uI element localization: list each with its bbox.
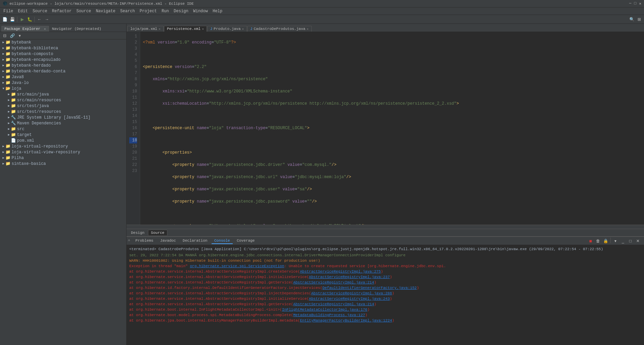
link-10[interactable]: AbstractServiceRegistryImpl.java:214	[293, 302, 374, 306]
link-8[interactable]: AbstractServiceRegistryImpl.java:286	[311, 291, 392, 295]
menu-search[interactable]: Search	[118, 8, 137, 14]
tree-item-src-main-resources[interactable]: ▶ 📁 src/main/resources	[0, 97, 126, 103]
link-service-exception[interactable]: org.hibernate.service.spi.ServiceExcepti…	[190, 264, 284, 268]
tab-declaration[interactable]: Declaration	[180, 238, 210, 244]
tab-package-explorer-close[interactable]: ✕	[44, 28, 46, 31]
console-line-8: at org.hibernate.service.internal.Abstra…	[129, 291, 641, 296]
tree-item-bytebank-herdado-conta[interactable]: ▶ 📁 bytebank-herdado-conta	[0, 68, 126, 74]
menu-source2[interactable]: Source	[74, 8, 93, 14]
menu-help[interactable]: Help	[211, 8, 225, 14]
tree-item-src-test-java[interactable]: ▶ 📁 src/test/java	[0, 103, 126, 109]
arrow-java-lo: ▶	[1, 81, 5, 85]
console-line-1: set. 29, 2022 7:22:54 DA MANHÃ org.hiber…	[129, 253, 641, 258]
tb-debug[interactable]: 🐛	[26, 16, 33, 23]
menu-navigate[interactable]: Navigate	[94, 8, 118, 14]
tab-produto-java[interactable]: J Produto.java ✕	[207, 26, 247, 32]
tab-cadastro-java[interactable]: J CadastroDeProdutos.java ✕	[247, 26, 312, 32]
tree-item-src-main-java[interactable]: ▶ 📁 src/main/java	[0, 91, 126, 97]
tab-problems[interactable]: Problems	[133, 238, 156, 244]
editor-area: loja/pom.xml ✕ Persistence.xml ✕ J Produ…	[127, 24, 644, 236]
link-7[interactable]: DefaultIdentifierGeneratorFactory.java:1…	[323, 286, 417, 290]
tree-item-bytebank-composto[interactable]: ▶ 📁 bytebank-composto	[0, 51, 126, 57]
tab-package-explorer[interactable]: Package Explorer ✕	[1, 26, 49, 32]
editor-bottom-tabs: Design Source	[127, 229, 644, 236]
code-content[interactable]: <?xml version="1.0" encoding="UTF-8"?> <…	[140, 32, 644, 225]
tb-back[interactable]: ←	[36, 16, 43, 23]
editor-tab-source[interactable]: Source	[148, 230, 168, 236]
editor-tab-design[interactable]: Design	[128, 230, 148, 236]
tab-pom-xml-close[interactable]: ✕	[159, 27, 160, 31]
minimize-button[interactable]: ─	[629, 1, 631, 6]
console-maximize[interactable]: □	[627, 238, 634, 244]
tab-produto-close[interactable]: ✕	[242, 27, 244, 31]
tree-item-loja-virtual-repository[interactable]: ▶ 📁 loja-virtual-repository	[0, 143, 126, 149]
tree-item-target[interactable]: ▶ 📁 target	[0, 132, 126, 138]
close-button[interactable]: ✕	[639, 1, 641, 6]
link-12[interactable]: MetadataBuildingProcess.java:127	[293, 313, 365, 317]
tab-javadoc[interactable]: Javadoc	[158, 238, 179, 244]
menu-edit[interactable]: Edit	[16, 8, 30, 14]
menu-run[interactable]: Run	[160, 8, 171, 14]
tb-new[interactable]: 📄	[1, 16, 8, 23]
console-menu[interactable]: ▾	[612, 238, 619, 244]
folder-target-icon: 📁	[11, 132, 16, 137]
console-sep	[610, 238, 611, 243]
tree-item-loja[interactable]: ▼ 📂 loja	[0, 86, 126, 91]
sidebar-link-editor[interactable]: 🔗	[9, 32, 16, 39]
tab-persistence-xml-close[interactable]: ✕	[202, 27, 204, 31]
design-tab-label: Design	[131, 231, 145, 235]
editor-horizontal-scrollbar[interactable]	[127, 225, 644, 229]
tree-item-pilha[interactable]: ▶ 📁 Pilha	[0, 155, 126, 161]
tb-forward[interactable]: →	[44, 16, 50, 23]
menu-file[interactable]: File	[1, 8, 15, 14]
tree-item-src[interactable]: ▶ 📁 src	[0, 126, 126, 132]
sidebar-collapse-all[interactable]: ⊟	[1, 32, 8, 39]
console-minimize[interactable]: _	[620, 238, 626, 244]
menu-window[interactable]: Window	[191, 8, 210, 14]
tab-pom-xml[interactable]: loja/pom.xml ✕	[127, 26, 164, 32]
tab-console[interactable]: Console	[212, 238, 233, 244]
link-11[interactable]: InFlightMetadataCollectorImpl.java:176	[282, 308, 367, 312]
tree-item-pom-xml[interactable]: ▶ 📄 pom.xml	[0, 138, 126, 143]
tree-item-java8[interactable]: ▶ 📁 Java8	[0, 74, 126, 80]
tree-item-bytebank-herdado[interactable]: ▶ 📁 bytebank-herdado	[0, 63, 126, 68]
arrow-loja-vvr: ▶	[1, 150, 5, 154]
menu-project[interactable]: Project	[138, 8, 159, 14]
console-close[interactable]: ✕	[634, 238, 641, 244]
tb-run[interactable]: ▶	[19, 16, 26, 23]
maximize-button[interactable]: □	[634, 1, 637, 6]
main-layout: Package Explorer ✕ Navigator (Deprecated…	[0, 24, 644, 345]
console-clear[interactable]: 🗑	[595, 238, 601, 244]
label-pom: pom.xml	[17, 138, 34, 143]
tree-item-src-test-resources[interactable]: ▶ 📁 src/test/resources	[0, 109, 126, 115]
sidebar-menu[interactable]: ▾	[16, 32, 23, 39]
console-scroll-lock[interactable]: 🔒	[602, 238, 609, 244]
link-6[interactable]: AbstractServiceRegistryImpl.java:214	[293, 280, 374, 284]
tb-perspectives[interactable]: ⊞	[636, 16, 643, 23]
tb-save[interactable]: 💾	[9, 16, 16, 23]
tree-item-bytebank[interactable]: ▶ 📁 bytebank	[0, 39, 126, 45]
tab-cadastro-close[interactable]: ✕	[307, 27, 309, 31]
tree-item-sintaxe-basica[interactable]: ▶ 📁 sintaxe-basica	[0, 161, 126, 167]
console-stop[interactable]: ■	[587, 238, 594, 244]
link-13[interactable]: EntityManagerFactoryBuilderImpl.java:122…	[300, 318, 392, 323]
tb-search[interactable]: 🔍	[628, 16, 635, 23]
code-editor[interactable]: 123456 789101112 1314151617 18 192021222…	[127, 32, 644, 225]
link-9[interactable]: AbstractServiceRegistryImpl.java:243	[309, 297, 390, 301]
link-4[interactable]: AbstractServiceRegistryImpl.java:275	[300, 270, 381, 274]
tab-persistence-xml[interactable]: Persistence.xml ✕	[164, 26, 207, 32]
tree-item-jre-system-library[interactable]: ▶ 🔧 JRE System Library [JavaSE-11]	[0, 115, 126, 120]
tab-navigator[interactable]: Navigator (Deprecated)	[49, 26, 104, 32]
tb-separator-1	[17, 17, 17, 22]
menu-source[interactable]: Source	[31, 8, 49, 14]
tree-item-loja-virtual-view-repository[interactable]: ▶ 📁 loja-virtual-view-repository	[0, 149, 126, 155]
menu-design[interactable]: Design	[172, 8, 191, 14]
link-5[interactable]: AbstractServiceRegistryImpl.java:237	[309, 275, 390, 279]
menu-refactor[interactable]: Refactor	[50, 8, 74, 14]
tree-item-maven-dependencies[interactable]: ▶ 🔧 Maven Dependencies	[0, 120, 126, 126]
tree-item-java-lo[interactable]: ▶ 📁 Java-lo	[0, 80, 126, 86]
console-line-7: at org.hibernate.id.factory.internal.Def…	[129, 285, 641, 291]
tree-item-bytebank-encapsulado[interactable]: ▶ 📁 bytebank-encapsulado	[0, 57, 126, 63]
tab-coverage[interactable]: Coverage	[234, 238, 258, 244]
tree-item-bytebank-biblioteca[interactable]: ▶ 📁 bytebank-biblioteca	[0, 45, 126, 51]
